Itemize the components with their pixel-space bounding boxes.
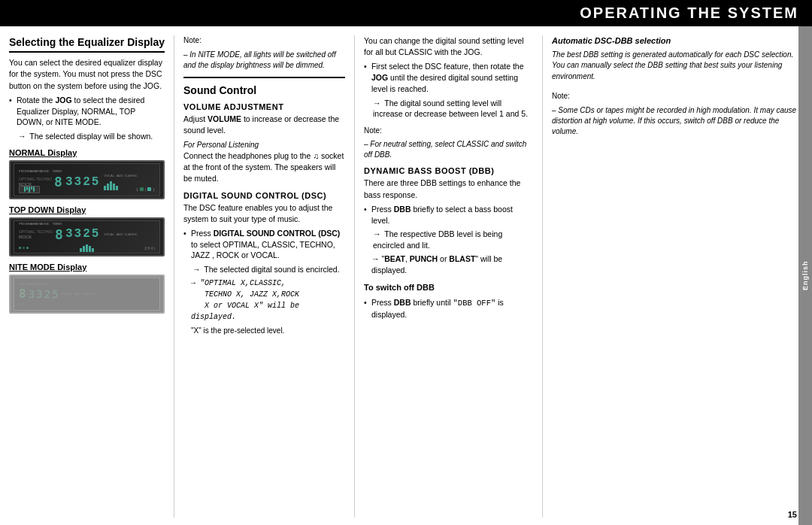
top-down-display-title: TOP DOWN Display <box>9 205 165 214</box>
dsc-mono-display: → "OPTIMAL X,CLASSIC, TECHNO X, JAZZ X,R… <box>191 278 345 323</box>
page-header: OPERATING THE SYSTEM <box>0 0 812 26</box>
column-4: Automatic DSC-DBB selection The best DBB… <box>543 35 804 517</box>
normal-display-bottom: 1 | 1 <box>19 186 155 193</box>
personal-text: Connect the headphones plug to the ♫ soc… <box>183 150 345 185</box>
top-down-display-panel: PROGRAMME/MUSIC TIMER OPTIMALTECHNO ROCK… <box>9 217 165 256</box>
column-1: Selecting the Equalizer Display You can … <box>9 35 174 517</box>
top-down-display-inner: PROGRAMME/MUSIC TIMER OPTIMALTECHNO ROCK… <box>14 220 160 253</box>
header-title: OPERATING THE SYSTEM <box>580 5 798 21</box>
page-number: 15 <box>788 510 797 519</box>
dbb-arrow2: → "BEAT, PUNCH or BLAST" will be display… <box>371 253 533 276</box>
dbb-text: There are three DBB settings to enhance … <box>364 178 533 200</box>
switch-bullet1: Press DBB briefly until "DBB OFF" is dis… <box>364 297 533 320</box>
col3-bullets: First select the DSC feature, then rotat… <box>364 61 533 94</box>
dbb-title: DYNAMIC BASS BOOST (DBB) <box>364 166 533 175</box>
nite-mode-display-panel: PROGRAMME/MUSIC 8 3325 VOCALJAZZCLASSIC <box>9 275 165 314</box>
col1-bullets: Rotate the JOG to select the desired Equ… <box>9 95 165 128</box>
col1-bullet1: Rotate the JOG to select the desired Equ… <box>9 95 165 128</box>
dsc-title: DIGITAL SOUND CONTROL (DSC) <box>183 191 345 200</box>
vol-title: VOLUME ADJUSTMENT <box>183 102 345 111</box>
dbb-bullet1: Press DBB briefly to select a bass boost… <box>364 204 533 226</box>
col1-title: Selecting the Equalizer Display <box>9 35 165 53</box>
col3-bullet1: First select the DSC feature, then rotat… <box>364 61 533 94</box>
col4-note-text: – Some CDs or tapes might be recorded in… <box>552 105 804 137</box>
page-container: OPERATING THE SYSTEM English Selecting t… <box>0 0 812 525</box>
col3-intro: You can change the digital sound setting… <box>364 35 533 58</box>
col2-note-label: Note: <box>183 35 345 47</box>
dbb-arrow1: The respective DBB level is being encirc… <box>364 229 533 250</box>
col3-arrow1: The digital sound setting level will inc… <box>364 98 533 120</box>
nite-mode-display-title: NITE MODE Display <box>9 262 165 272</box>
language-tab: English <box>798 26 812 525</box>
language-label: English <box>801 261 809 291</box>
dsc-text: The DSC feature enables you to adjust th… <box>183 202 345 225</box>
divider <box>183 77 345 78</box>
dsc-arrow1: The selected digital sound is encircled. <box>183 264 345 275</box>
dsc-x-note: "X" is the pre-selected level. <box>191 326 345 337</box>
column-2: Note: – In NITE MODE, all lights will be… <box>174 35 355 517</box>
auto-text: The best DBB setting is generated automa… <box>552 50 804 83</box>
auto-title: Automatic DSC-DBB selection <box>552 35 804 47</box>
nite-display-inner: PROGRAMME/MUSIC 8 3325 VOCALJAZZCLASSIC <box>14 278 160 311</box>
col1-arrow1: The selected display will be shown. <box>9 131 165 142</box>
sound-control-title: Sound Control <box>183 84 345 96</box>
switch-off-title: To switch off DBB <box>364 282 533 294</box>
col2-note-text: – In NITE MODE, all lights will be switc… <box>183 50 345 71</box>
dbb-bullets: Press DBB briefly to select a bass boost… <box>364 204 533 226</box>
content-area: Selecting the Equalizer Display You can … <box>0 26 812 525</box>
col3-note-text: – For neutral setting, select CLASSIC an… <box>364 139 533 160</box>
dsc-bullets: Press DIGITAL SOUND CONTROL (DSC) to sel… <box>183 228 345 261</box>
main-content: English Selecting the Equalizer Display … <box>0 26 812 525</box>
normal-display-inner: PROGRAMME/MUSIC TIMER OPTIMALTECHNO ROCK… <box>14 163 160 196</box>
switch-bullets: Press DBB briefly until "DBB OFF" is dis… <box>364 297 533 320</box>
normal-display-panel: PROGRAMME/MUSIC TIMER OPTIMALTECHNO ROCK… <box>9 160 165 199</box>
personal-label: For Personal Listening <box>183 141 345 149</box>
normal-display-title: NORMAL Display <box>9 148 165 157</box>
col3-note-label: Note: <box>364 126 533 137</box>
vol-text: Adjust VOLUME to increase or decrease th… <box>183 114 345 136</box>
col1-intro: You can select the desired equalizer dis… <box>9 57 165 92</box>
dsc-bullet1: Press DIGITAL SOUND CONTROL (DSC) to sel… <box>183 228 345 261</box>
col4-note-label: Note: <box>552 91 804 102</box>
column-3: You can change the digital sound setting… <box>355 35 543 517</box>
